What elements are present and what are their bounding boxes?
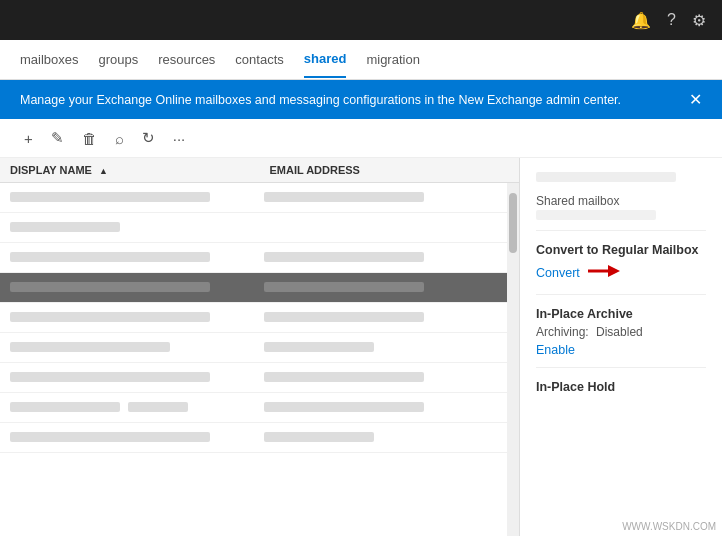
detail-panel: Shared mailbox Convert to Regular Mailbo… <box>520 158 722 536</box>
table-body <box>0 183 507 536</box>
tab-contacts[interactable]: contacts <box>235 42 283 77</box>
divider-1 <box>536 230 706 231</box>
sort-icon: ▲ <box>99 166 108 176</box>
table-row[interactable] <box>0 333 507 363</box>
detail-shared-value <box>536 210 656 220</box>
table-area: DISPLAY NAME ▲ EMAIL ADDRESS <box>0 158 520 536</box>
divider-2 <box>536 294 706 295</box>
edit-button[interactable]: ✎ <box>47 127 68 149</box>
table-row[interactable] <box>0 303 507 333</box>
tab-migration[interactable]: migration <box>366 42 419 77</box>
banner-text: Manage your Exchange Online mailboxes an… <box>20 93 621 107</box>
scroll-thumb[interactable] <box>509 193 517 253</box>
banner-close-icon[interactable]: ✕ <box>689 90 702 109</box>
convert-section-title: Convert to Regular Mailbox <box>536 243 706 257</box>
enable-link[interactable]: Enable <box>536 343 706 357</box>
add-button[interactable]: + <box>20 128 37 149</box>
convert-arrow-icon <box>586 261 622 284</box>
detail-mailbox-name <box>536 172 676 182</box>
scrollbar[interactable] <box>507 183 519 536</box>
tab-nav: mailboxes groups resources contacts shar… <box>0 40 722 80</box>
user-icon[interactable]: ⚙ <box>692 11 706 30</box>
detail-shared-label: Shared mailbox <box>536 194 706 208</box>
table-row-selected[interactable] <box>0 273 507 303</box>
table-row[interactable] <box>0 423 507 453</box>
convert-link[interactable]: Convert <box>536 266 580 280</box>
table-row[interactable] <box>0 243 507 273</box>
archiving-value: Disabled <box>596 325 643 339</box>
bell-icon[interactable]: 🔔 <box>631 11 651 30</box>
table-header: DISPLAY NAME ▲ EMAIL ADDRESS <box>0 158 519 183</box>
col-email-address[interactable]: EMAIL ADDRESS <box>260 164 520 176</box>
col-display-name[interactable]: DISPLAY NAME ▲ <box>0 164 260 176</box>
watermark: WWW.WSKDN.COM <box>622 521 716 532</box>
svg-marker-1 <box>608 265 620 277</box>
archiving-status: Archiving: Disabled <box>536 325 706 339</box>
toolbar: + ✎ 🗑 ⌕ ↻ ··· <box>0 119 722 158</box>
refresh-button[interactable]: ↻ <box>138 127 159 149</box>
hold-section-title: In-Place Hold <box>536 380 706 394</box>
top-bar: 🔔 ? ⚙ <box>0 0 722 40</box>
help-icon[interactable]: ? <box>667 11 676 29</box>
banner: Manage your Exchange Online mailboxes an… <box>0 80 722 119</box>
table-row[interactable] <box>0 213 507 243</box>
tab-groups[interactable]: groups <box>99 42 139 77</box>
tab-mailboxes[interactable]: mailboxes <box>20 42 79 77</box>
table-row[interactable] <box>0 183 507 213</box>
delete-button[interactable]: 🗑 <box>78 128 101 149</box>
divider-3 <box>536 367 706 368</box>
table-row[interactable] <box>0 393 507 423</box>
tab-shared[interactable]: shared <box>304 41 347 78</box>
more-button[interactable]: ··· <box>169 128 190 149</box>
content-area: DISPLAY NAME ▲ EMAIL ADDRESS <box>0 158 722 536</box>
tab-resources[interactable]: resources <box>158 42 215 77</box>
search-button[interactable]: ⌕ <box>111 128 128 149</box>
main-area: mailboxes groups resources contacts shar… <box>0 40 722 536</box>
table-row[interactable] <box>0 363 507 393</box>
archive-section-title: In-Place Archive <box>536 307 706 321</box>
